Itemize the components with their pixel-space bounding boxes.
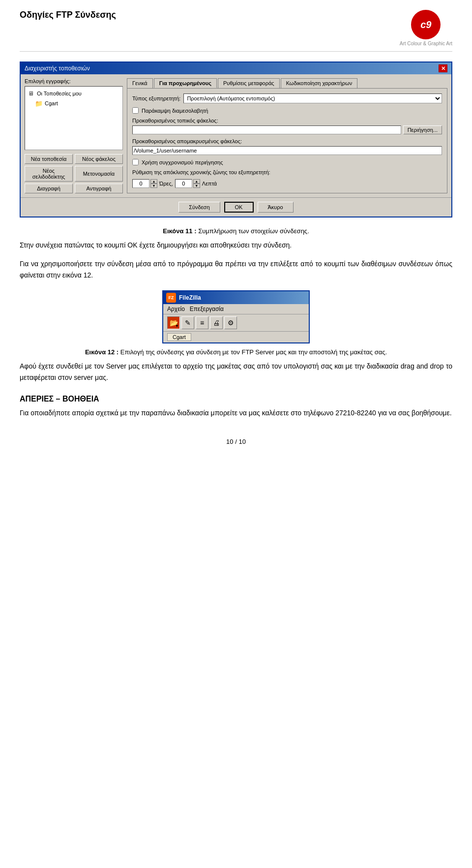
new-site-button[interactable]: Νέα τοποθεσία	[25, 154, 73, 164]
timezone-row: ▲ ▼ Ώρες, ▲ ▼ Λεπτά	[132, 179, 442, 188]
minutes-label: Λεπτά	[202, 181, 217, 186]
section-text: Για οποιαδήποτε απορία σχετικά με την πα…	[20, 407, 452, 418]
tree-item-cgart[interactable]: 📁 Cgart	[27, 98, 120, 108]
hours-up-button[interactable]: ▲	[150, 179, 157, 184]
page-title: Οδηγίες FTP Σύνδεσης	[20, 10, 116, 20]
tree-label-my-sites: Οι Τοποθεσίες μου	[37, 91, 82, 96]
filezilla-window: FZ FileZilla Αρχείο Επεξεργασία 📂▼ ✎ ≡ 🖨…	[162, 290, 310, 343]
hours-spinner: ▲ ▼	[132, 179, 157, 188]
minutes-down-button[interactable]: ▼	[193, 184, 200, 188]
dialog-close-button[interactable]: ✕	[439, 64, 447, 72]
hours-down-button[interactable]: ▼	[150, 184, 157, 188]
logo-subtitle: Art Colour & Graphic Art	[400, 41, 452, 46]
bypass-checkbox[interactable]	[132, 107, 139, 114]
page-number: 10 / 10	[20, 438, 452, 445]
remote-folder-label: Προκαθορισμένος απομακρυσμένος φάκελος:	[132, 138, 442, 144]
menu-edit[interactable]: Επεξεργασία	[190, 306, 224, 312]
local-folder-input[interactable]	[132, 125, 401, 134]
filezilla-bookmark-bar: Cgart	[163, 332, 309, 342]
new-folder-button[interactable]: Νέος φάκελος	[75, 154, 123, 164]
bookmark-label[interactable]: Cgart	[167, 333, 191, 341]
dialog-body: Επιλογή εγγραφής: 🖥 Οι Τοποθεσίες μου 📁 …	[21, 74, 451, 197]
dropdown-arrow-icon: ▼	[175, 324, 179, 328]
connect-button[interactable]: Σύνδεση	[178, 202, 220, 213]
tab-advanced[interactable]: Για προχωρημένους	[154, 78, 217, 88]
folder-icon: 📁	[35, 99, 43, 107]
toolbar-settings-button[interactable]: ⚙	[224, 316, 237, 329]
dialog-titlebar: Διαχειριστής τοποθεσιών ✕	[21, 62, 451, 74]
section-heading: ΑΠΕΡΙΕΣ – ΒΟΗΘΕΙΑ	[20, 395, 452, 403]
filezilla-logo: FZ	[166, 293, 176, 303]
tab-content-advanced: Τύπος εξυπηρετητή: Προεπιλογή (Αυτόματος…	[127, 88, 447, 193]
timezone-label: Ρύθμιση της απόκλισης χρονικής ζώνης του…	[132, 169, 442, 175]
filezilla-toolbar: 📂▼ ✎ ≡ 🖨 ⚙	[163, 314, 309, 332]
cancel-button[interactable]: Άκυρο	[258, 202, 294, 213]
logo-area: c9 Art Colour & Graphic Art	[400, 10, 452, 46]
dialog-title: Διαχειριστής τοποθεσιών	[25, 65, 90, 72]
tab-general[interactable]: Γενικά	[127, 78, 153, 88]
tab-transfer[interactable]: Ρυθμίσεις μεταφοράς	[218, 78, 280, 88]
delete-button[interactable]: Διαγραφή	[25, 184, 73, 193]
dialog-footer: Σύνδεση OK Άκυρο	[21, 197, 451, 217]
left-panel-label: Επιλογή εγγραφής:	[25, 78, 123, 84]
menu-file[interactable]: Αρχείο	[167, 306, 185, 312]
hours-label: Ώρες,	[159, 181, 173, 186]
page-header: Οδηγίες FTP Σύνδεσης c9 Art Colour & Gra…	[20, 10, 452, 52]
toolbar-edit-button[interactable]: ✎	[181, 316, 194, 329]
logo-icon: c9	[411, 10, 441, 39]
paragraph-2: Για να χρησιμοποιήσετε την σύνδεση μέσα …	[20, 258, 452, 280]
site-tree: 🖥 Οι Τοποθεσίες μου 📁 Cgart	[25, 86, 123, 150]
caption-11: Εικόνα 11 : Συμπλήρωση των στοιχείων σύν…	[20, 227, 452, 235]
computer-icon: 🖥	[27, 90, 35, 97]
filezilla-titlebar: FZ FileZilla	[163, 291, 309, 304]
left-panel: Επιλογή εγγραφής: 🖥 Οι Τοποθεσίες μου 📁 …	[25, 78, 123, 193]
caption-11-text: Συμπλήρωση των στοιχείων σύνδεσης.	[198, 227, 309, 235]
hours-input[interactable]	[132, 179, 149, 188]
server-type-row: Τύπος εξυπηρετητή: Προεπιλογή (Αυτόματος…	[132, 93, 442, 103]
browse-button[interactable]: Περιήγηση...	[403, 125, 442, 134]
server-type-label: Τύπος εξυπηρετητή:	[132, 95, 180, 101]
section-heading-text: ΑΠΕΡΙΕΣ – ΒΟΗΘΕΙΑ	[20, 395, 99, 403]
toolbar-print-button[interactable]: 🖨	[210, 316, 223, 329]
sync-label: Χρήση συγχρονισμού περιήγησης	[142, 159, 223, 165]
site-manager-dialog: Διαχειριστής τοποθεσιών ✕ Επιλογή εγγραφ…	[20, 62, 452, 217]
filezilla-container: FZ FileZilla Αρχείο Επεξεργασία 📂▼ ✎ ≡ 🖨…	[20, 290, 452, 343]
paragraph-3: Αφού έχετε συνδεθεί με τον Server μας επ…	[20, 361, 452, 383]
minutes-input[interactable]	[175, 179, 192, 188]
new-bookmark-button[interactable]: Νέος σελιδοδείκτης	[25, 166, 73, 182]
tab-encoding[interactable]: Κωδικοποίηση χαρακτήρων	[281, 78, 358, 88]
rename-button[interactable]: Μετονομασία	[75, 166, 123, 182]
ok-button[interactable]: OK	[224, 202, 254, 213]
filezilla-title: FileZilla	[179, 294, 201, 301]
caption-11-bold: Εικόνα 11 :	[163, 227, 198, 235]
toolbar-open-button[interactable]: 📂▼	[167, 316, 180, 329]
sync-row: Χρήση συγχρονισμού περιήγησης	[132, 159, 442, 165]
local-folder-label: Προκαθορισμένος τοπικός φάκελος:	[132, 118, 442, 124]
left-buttons: Νέα τοποθεσία Νέος φάκελος Νέος σελιδοδε…	[25, 154, 123, 193]
server-type-select[interactable]: Προεπιλογή (Αυτόματος εντοπισμός)	[183, 93, 442, 103]
copy-button[interactable]: Αντιγραφή	[75, 184, 123, 193]
toolbar-queue-button[interactable]: ≡	[196, 316, 208, 329]
minutes-spinner: ▲ ▼	[175, 179, 200, 188]
filezilla-menubar: Αρχείο Επεξεργασία	[163, 304, 309, 314]
caption-12-bold: Εικόνα 12 :	[85, 348, 120, 356]
tree-label-cgart: Cgart	[45, 100, 58, 106]
tabs: Γενικά Για προχωρημένους Ρυθμίσεις μεταφ…	[127, 78, 447, 88]
minutes-up-button[interactable]: ▲	[193, 179, 200, 184]
bypass-label: Παράκαμψη διαμεσολαβητή	[142, 108, 208, 114]
tree-item-my-sites[interactable]: 🖥 Οι Τοποθεσίες μου	[27, 89, 120, 98]
bypass-row: Παράκαμψη διαμεσολαβητή	[132, 107, 442, 114]
caption-12: Εικόνα 12 : Επιλογή της σύνδεσης για σύν…	[20, 348, 452, 356]
remote-folder-input[interactable]	[132, 146, 442, 155]
paragraph-1: Στην συνέχεια πατώντας το κουμπί ΟΚ έχετ…	[20, 240, 452, 250]
local-folder-row: Περιήγηση...	[132, 125, 442, 134]
right-panel: Γενικά Για προχωρημένους Ρυθμίσεις μεταφ…	[127, 78, 447, 193]
sync-checkbox[interactable]	[132, 159, 139, 165]
caption-12-text: Επιλογή της σύνδεσης για σύνδεση με τον …	[120, 348, 387, 356]
